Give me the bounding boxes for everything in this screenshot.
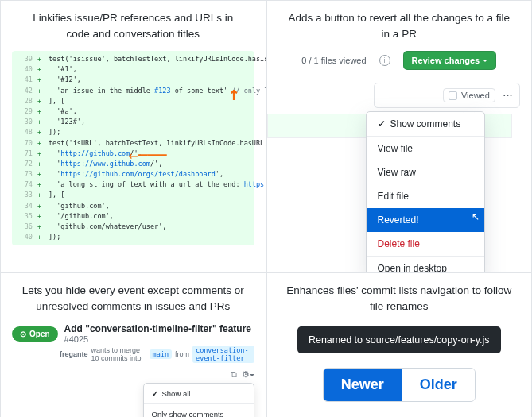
head-branch[interactable]: conversation-event-filter [192,346,254,363]
pr-title: Add "conversation-timeline-filter" featu… [64,323,251,334]
pr-meta: fregante wants to merge 10 commits into … [60,346,254,363]
filter-show-all[interactable]: Show all [144,384,254,404]
commit-pager: Newer Older [323,368,476,402]
annotation-arrow-up: ↑ [228,79,239,109]
pr-status-badge: ⊙ Open [12,326,58,342]
code-diff-preview: ↑ ←─── 39+test('isissue', batchTestText,… [12,51,254,245]
gear-icon[interactable]: ⚙ [242,369,254,380]
info-icon[interactable]: i [379,55,390,66]
diff-line: 34+ 'github.com', [15,201,251,211]
feature-card-linkify: Linkifies issue/PR references and URLs i… [0,0,266,272]
feature-card-timeline-filter: Lets you hide every event except comment… [0,272,266,417]
feature-description: Linkifies issue/PR references and URLs i… [12,9,254,51]
diff-line: 33+], [ [15,190,251,200]
copy-icon[interactable]: ⧉ [231,369,237,380]
menu-show-comments[interactable]: Show comments [367,112,484,137]
viewed-toggle[interactable]: Viewed [443,88,495,102]
timeline-filter-menu: Show all Only show comments Only show un… [143,383,254,417]
pager-newer-button[interactable]: Newer [324,369,402,401]
diff-line: 29+ '#a', [15,106,251,117]
diff-line: 40+]); [15,232,251,242]
diff-line: 36+ 'github.com/whatever/user', [15,222,251,232]
diff-line: 74+ 'a long string of text with a url at… [15,180,251,190]
file-context-menu: Show comments View file View raw Edit fi… [366,111,485,272]
diff-line: 40+ '#1', [15,64,251,75]
file-header-bar: Viewed ··· [374,83,521,108]
cursor-icon: ↖ [472,211,480,222]
review-changes-button[interactable]: Review changes [403,51,497,70]
menu-view-file[interactable]: View file [367,137,484,160]
feature-card-rename-nav: Enhances files' commit lists navigation … [266,272,533,417]
menu-open-desktop[interactable]: Open in desktop [367,256,484,272]
menu-edit-file[interactable]: Edit file [367,184,484,208]
menu-revert-changes[interactable]: Reverted!↖ [367,208,484,232]
diff-line: 73+ 'https://github.com/orgs/test/dashbo… [15,169,251,180]
rename-tooltip: Renamed to source/features/copy-on-y.js [297,326,501,353]
feature-description: Adds a button to revert all the changes … [278,9,521,51]
diff-line: 42+ 'an issue in the middle #123 of some… [15,86,251,96]
annotation-arrow-left: ←─── [128,143,166,168]
base-branch[interactable]: main [150,349,172,359]
diff-line: 30+ '123#', [15,117,251,127]
diff-line: 35+ '/github.com', [15,211,251,222]
diff-line: 41+ '#12', [15,75,251,85]
checkbox-icon [449,91,457,100]
diff-line: 28+], [ [15,96,251,106]
pager-older-button[interactable]: Older [402,369,475,401]
filter-only-comments[interactable]: Only show comments [144,404,254,417]
diff-line: 39+test('isissue', batchTestText, linkif… [15,54,251,64]
feature-card-revert: Adds a button to revert all the changes … [266,0,533,272]
diff-line: 48+]); [15,127,251,137]
menu-delete-file[interactable]: Delete file [367,232,484,256]
feature-description: Lets you hide every event except comment… [12,281,254,323]
feature-description: Enhances files' commit lists navigation … [278,281,521,323]
files-viewed-counter: 0 / 1 files viewed [301,56,366,65]
pr-number: #4025 [64,334,89,344]
kebab-menu-icon[interactable]: ··· [503,91,513,100]
menu-view-raw[interactable]: View raw [367,160,484,184]
